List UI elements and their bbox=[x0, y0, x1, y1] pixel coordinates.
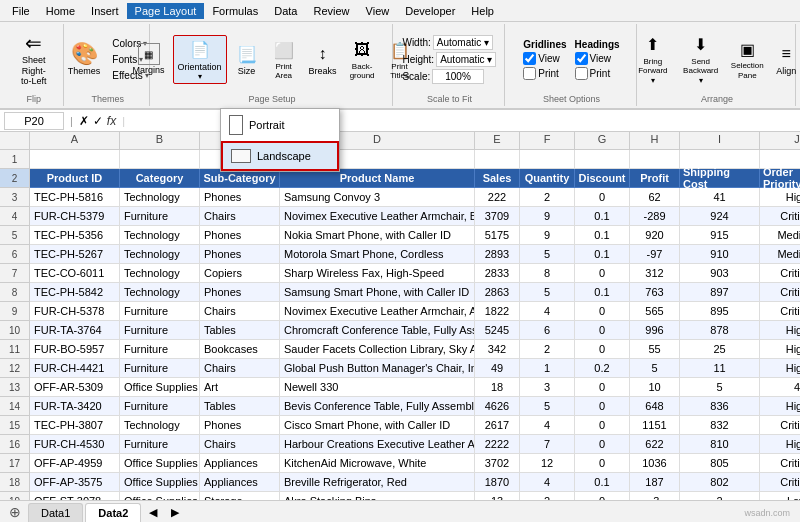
cell[interactable]: Breville Refrigerator, Red bbox=[280, 473, 475, 491]
cell[interactable]: 836 bbox=[680, 397, 760, 415]
menu-file[interactable]: File bbox=[4, 3, 38, 19]
cell[interactable]: Furniture bbox=[120, 435, 200, 453]
menu-insert[interactable]: Insert bbox=[83, 3, 127, 19]
row-num-4[interactable]: 4 bbox=[0, 207, 29, 226]
cell[interactable]: 0 bbox=[575, 188, 630, 206]
cell[interactable]: Global Push Button Manager's Chair, Indi… bbox=[280, 359, 475, 377]
row-num-15[interactable]: 15 bbox=[0, 416, 29, 435]
cell[interactable]: 5 bbox=[680, 378, 760, 396]
cell[interactable]: Technology bbox=[120, 416, 200, 434]
cell[interactable]: Technology bbox=[120, 245, 200, 263]
cell[interactable]: 9 bbox=[520, 226, 575, 244]
cell[interactable]: Furniture bbox=[120, 321, 200, 339]
cell[interactable]: 805 bbox=[680, 454, 760, 472]
cell[interactable]: 4 bbox=[520, 416, 575, 434]
cell[interactable]: 0.1 bbox=[575, 245, 630, 263]
cell[interactable]: 0.1 bbox=[575, 207, 630, 225]
cell[interactable]: 0.1 bbox=[575, 283, 630, 301]
cell[interactable]: Technology bbox=[120, 188, 200, 206]
row-num-3[interactable]: 3 bbox=[0, 188, 29, 207]
cell[interactable]: 878 bbox=[680, 321, 760, 339]
cell[interactable]: Tables bbox=[200, 321, 280, 339]
cell[interactable]: 910 bbox=[680, 245, 760, 263]
gridlines-print-check[interactable] bbox=[523, 67, 536, 80]
cell[interactable]: 0 bbox=[575, 454, 630, 472]
gridlines-view-check[interactable] bbox=[523, 52, 536, 65]
header-shipping[interactable]: Shipping Cost bbox=[680, 169, 760, 187]
row-num-13[interactable]: 13 bbox=[0, 378, 29, 397]
print-area-button[interactable]: ⬜ PrintArea bbox=[267, 35, 301, 83]
cell[interactable]: 810 bbox=[680, 435, 760, 453]
bring-forward-button[interactable]: ⬆ BringForward ▾ bbox=[632, 30, 674, 89]
row-num-1[interactable]: 1 bbox=[0, 150, 29, 169]
cell[interactable] bbox=[630, 150, 680, 168]
cell[interactable]: 4 bbox=[520, 302, 575, 320]
cell[interactable]: 2863 bbox=[475, 283, 520, 301]
menu-home[interactable]: Home bbox=[38, 3, 83, 19]
menu-help[interactable]: Help bbox=[463, 3, 502, 19]
cell[interactable]: 6 bbox=[520, 321, 575, 339]
cell[interactable]: 3709 bbox=[475, 207, 520, 225]
cell[interactable]: 0 bbox=[575, 302, 630, 320]
cell[interactable]: Technology bbox=[120, 226, 200, 244]
cell[interactable]: 2 bbox=[520, 340, 575, 358]
cell[interactable]: TEC-CO-6011 bbox=[30, 264, 120, 282]
cell[interactable]: Novimex Executive Leather Armchair, Blac… bbox=[280, 207, 475, 225]
header-quantity[interactable]: Quantity bbox=[520, 169, 575, 187]
header-product-id[interactable]: Product ID bbox=[30, 169, 120, 187]
cell[interactable]: 0 bbox=[575, 397, 630, 415]
col-header-a[interactable]: A bbox=[30, 132, 120, 149]
cell[interactable]: 1036 bbox=[630, 454, 680, 472]
cell[interactable]: High bbox=[760, 340, 800, 358]
cancel-icon[interactable]: ✗ bbox=[79, 114, 89, 128]
cell[interactable]: Chairs bbox=[200, 302, 280, 320]
size-button[interactable]: 📃 Size bbox=[230, 39, 264, 79]
row-num-2[interactable]: 2 bbox=[0, 169, 29, 188]
cell[interactable]: 622 bbox=[630, 435, 680, 453]
cell[interactable]: 0 bbox=[575, 416, 630, 434]
background-button[interactable]: 🖼 Back-ground bbox=[345, 35, 380, 83]
cell[interactable]: -97 bbox=[630, 245, 680, 263]
menu-formulas[interactable]: Formulas bbox=[204, 3, 266, 19]
header-order-priority[interactable]: Order Priority bbox=[760, 169, 800, 187]
cell[interactable]: 5245 bbox=[475, 321, 520, 339]
cell[interactable]: Bevis Conference Table, Fully Assembled bbox=[280, 397, 475, 415]
cell[interactable]: Chairs bbox=[200, 207, 280, 225]
row-num-12[interactable]: 12 bbox=[0, 359, 29, 378]
cell[interactable]: 1870 bbox=[475, 473, 520, 491]
sheet-nav-right[interactable]: ▶ bbox=[165, 503, 185, 522]
cell[interactable]: 0 bbox=[575, 435, 630, 453]
cell[interactable]: 18 bbox=[475, 378, 520, 396]
cell[interactable]: High bbox=[760, 435, 800, 453]
cell[interactable]: 648 bbox=[630, 397, 680, 415]
row-num-6[interactable]: 6 bbox=[0, 245, 29, 264]
cell[interactable]: Furniture bbox=[120, 359, 200, 377]
cell[interactable]: Appliances bbox=[200, 454, 280, 472]
landscape-option[interactable]: Landscape bbox=[221, 141, 339, 171]
cell[interactable]: High bbox=[760, 321, 800, 339]
cell[interactable]: Cisco Smart Phone, with Caller ID bbox=[280, 416, 475, 434]
menu-pagelayout[interactable]: Page Layout bbox=[127, 3, 205, 19]
col-header-g[interactable]: G bbox=[575, 132, 630, 149]
cell[interactable] bbox=[475, 150, 520, 168]
sheet-nav-left[interactable]: ◀ bbox=[143, 503, 163, 522]
headings-view-check[interactable] bbox=[575, 52, 588, 65]
col-header-j[interactable]: J bbox=[760, 132, 800, 149]
selection-pane-button[interactable]: ▣ SelectionPane bbox=[727, 34, 767, 83]
themes-button[interactable]: 🎨 Themes bbox=[63, 39, 106, 79]
cell[interactable]: FUR-CH-4421 bbox=[30, 359, 120, 377]
cell[interactable]: High bbox=[760, 397, 800, 415]
cell[interactable]: 0 bbox=[575, 378, 630, 396]
cell[interactable]: 4626 bbox=[475, 397, 520, 415]
cell[interactable]: 25 bbox=[680, 340, 760, 358]
cell[interactable]: Chairs bbox=[200, 359, 280, 377]
cell[interactable]: Critical bbox=[760, 264, 800, 282]
portrait-option[interactable]: Portrait bbox=[221, 109, 339, 141]
cell[interactable]: Chromcraft Conference Table, Fully Assem… bbox=[280, 321, 475, 339]
add-sheet-button[interactable]: ⊕ bbox=[4, 502, 26, 522]
cell[interactable]: 55 bbox=[630, 340, 680, 358]
cell[interactable]: 895 bbox=[680, 302, 760, 320]
cell[interactable]: 802 bbox=[680, 473, 760, 491]
function-icon[interactable]: fx bbox=[107, 114, 116, 128]
row-num-5[interactable]: 5 bbox=[0, 226, 29, 245]
